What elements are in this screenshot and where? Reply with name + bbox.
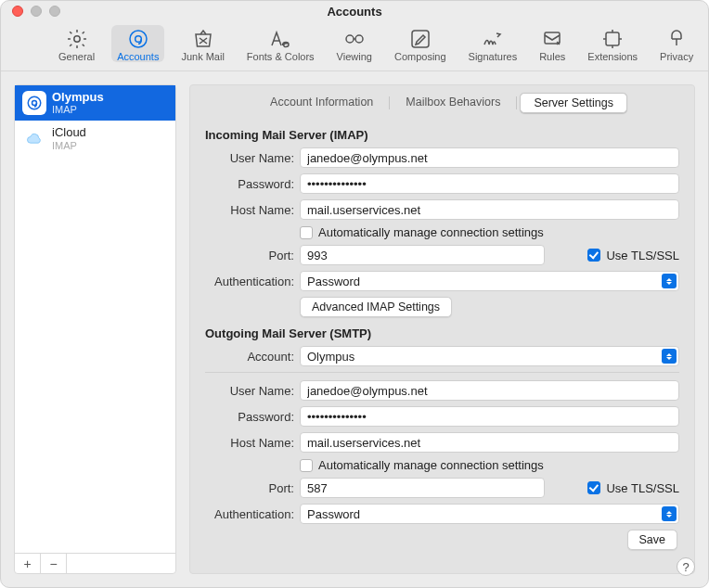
incoming-auth-select[interactable]: Password bbox=[300, 271, 679, 291]
outgoing-auth-value: Password bbox=[307, 507, 360, 521]
window-title: Accounts bbox=[1, 5, 708, 19]
toolbar-viewing[interactable]: Viewing bbox=[331, 25, 378, 62]
toolbar-privacy-label: Privacy bbox=[660, 51, 693, 62]
extensions-icon bbox=[601, 29, 624, 49]
account-detail-panel: Account InformationMailbox BehaviorsServ… bbox=[189, 84, 695, 574]
account-name: iCloud bbox=[52, 126, 86, 139]
incoming-username-label: User Name: bbox=[205, 151, 294, 165]
tab-mailbox-behaviors[interactable]: Mailbox Behaviors bbox=[393, 93, 513, 113]
server-settings-form: Incoming Mail Server (IMAP) User Name: P… bbox=[190, 119, 694, 573]
svg-point-3 bbox=[346, 35, 354, 43]
outgoing-auth-select[interactable]: Password bbox=[300, 504, 679, 524]
toolbar-extensions-label: Extensions bbox=[587, 51, 638, 62]
outgoing-host-label: Host Name: bbox=[205, 436, 294, 450]
composing-icon bbox=[409, 29, 432, 49]
toolbar-rules-label: Rules bbox=[539, 51, 565, 62]
toolbar-accounts-label: Accounts bbox=[117, 51, 159, 62]
incoming-port-label: Port: bbox=[205, 249, 294, 262]
toolbar-composing-label: Composing bbox=[394, 51, 446, 62]
preferences-window: Accounts GeneralAccountsJunk MailFonts &… bbox=[0, 0, 709, 588]
svg-rect-7 bbox=[606, 32, 619, 45]
account-item-icloud[interactable]: iCloudIMAP bbox=[15, 121, 175, 156]
outgoing-password-field[interactable] bbox=[300, 406, 679, 427]
accounts-sidebar: OlympusIMAPiCloudIMAP + − bbox=[14, 84, 176, 574]
account-tabs: Account InformationMailbox BehaviorsServ… bbox=[190, 85, 694, 119]
outgoing-auto-manage-label: Automatically manage connection settings bbox=[318, 458, 544, 472]
incoming-tls-label: Use TLS/SSL bbox=[606, 249, 679, 262]
incoming-auto-manage-label: Automatically manage connection settings bbox=[318, 225, 544, 239]
outgoing-port-field[interactable] bbox=[300, 478, 545, 498]
toolbar-general[interactable]: General bbox=[53, 25, 100, 62]
toolbar-junk-label: Junk Mail bbox=[181, 51, 224, 62]
outgoing-tls-checkbox[interactable]: Use TLS/SSL bbox=[587, 481, 679, 495]
account-name: Olympus bbox=[52, 91, 104, 104]
svg-point-8 bbox=[28, 96, 41, 109]
chevron-updown-icon bbox=[662, 506, 677, 521]
sidebar-footer: + − bbox=[15, 553, 175, 573]
incoming-section-title: Incoming Mail Server (IMAP) bbox=[205, 128, 679, 142]
outgoing-account-value: Olympus bbox=[307, 350, 354, 364]
incoming-password-label: Password: bbox=[205, 177, 294, 191]
chevron-updown-icon bbox=[662, 349, 677, 364]
incoming-port-field[interactable] bbox=[300, 245, 545, 265]
cloud-icon bbox=[22, 127, 46, 151]
account-item-olympus[interactable]: OlympusIMAP bbox=[15, 85, 175, 121]
help-button[interactable]: ? bbox=[677, 557, 695, 576]
outgoing-username-label: User Name: bbox=[205, 384, 294, 398]
toolbar-signatures[interactable]: Signatures bbox=[463, 25, 523, 62]
add-account-button[interactable]: + bbox=[15, 554, 41, 573]
tab-server-settings[interactable]: Server Settings bbox=[520, 93, 626, 113]
toolbar-fonts-label: Fonts & Colors bbox=[247, 51, 315, 62]
account-type: IMAP bbox=[52, 104, 104, 115]
outgoing-section-title: Outgoing Mail Server (SMTP) bbox=[205, 326, 679, 340]
toolbar-extensions[interactable]: Extensions bbox=[582, 25, 643, 62]
titlebar: Accounts bbox=[1, 1, 708, 21]
divider bbox=[205, 372, 679, 373]
at-icon bbox=[22, 91, 46, 115]
incoming-host-label: Host Name: bbox=[205, 203, 294, 217]
incoming-auth-value: Password bbox=[307, 275, 360, 288]
toolbar-junk[interactable]: Junk Mail bbox=[175, 25, 229, 62]
save-button[interactable]: Save bbox=[627, 530, 678, 550]
toolbar-viewing-label: Viewing bbox=[337, 51, 372, 62]
incoming-password-field[interactable] bbox=[300, 173, 679, 194]
incoming-username-field[interactable] bbox=[300, 147, 679, 168]
outgoing-host-field[interactable] bbox=[300, 432, 679, 453]
remove-account-button[interactable]: − bbox=[41, 554, 67, 573]
svg-point-1 bbox=[130, 31, 147, 47]
accounts-list: OlympusIMAPiCloudIMAP bbox=[15, 85, 175, 553]
incoming-auth-label: Authentication: bbox=[205, 275, 294, 288]
account-type: IMAP bbox=[52, 140, 86, 151]
incoming-host-field[interactable] bbox=[300, 199, 679, 220]
incoming-tls-checkbox[interactable]: Use TLS/SSL bbox=[587, 249, 679, 262]
body: OlympusIMAPiCloudIMAP + − Account Inform… bbox=[1, 71, 708, 587]
toolbar-general-label: General bbox=[58, 51, 95, 62]
incoming-auto-manage-checkbox[interactable]: Automatically manage connection settings bbox=[300, 225, 544, 239]
toolbar-fonts[interactable]: Fonts & Colors bbox=[241, 25, 320, 62]
tab-account-information[interactable]: Account Information bbox=[257, 93, 386, 113]
accounts-icon bbox=[127, 29, 149, 49]
rules-icon bbox=[541, 29, 563, 49]
chevron-updown-icon bbox=[662, 274, 677, 288]
outgoing-account-label: Account: bbox=[205, 350, 294, 364]
toolbar-composing[interactable]: Composing bbox=[389, 25, 452, 62]
outgoing-username-field[interactable] bbox=[300, 380, 679, 401]
svg-point-0 bbox=[73, 36, 79, 42]
outgoing-port-label: Port: bbox=[205, 481, 294, 495]
svg-point-2 bbox=[135, 36, 141, 43]
outgoing-auto-manage-checkbox[interactable]: Automatically manage connection settings bbox=[300, 458, 544, 472]
viewing-icon bbox=[343, 29, 366, 49]
preferences-toolbar: GeneralAccountsJunk MailFonts & ColorsVi… bbox=[1, 21, 708, 71]
toolbar-accounts[interactable]: Accounts bbox=[111, 25, 164, 62]
outgoing-password-label: Password: bbox=[205, 410, 294, 424]
advanced-imap-settings-button[interactable]: Advanced IMAP Settings bbox=[300, 297, 452, 317]
general-icon bbox=[66, 29, 88, 49]
outgoing-auth-label: Authentication: bbox=[205, 507, 294, 521]
outgoing-account-select[interactable]: Olympus bbox=[300, 346, 679, 366]
svg-point-4 bbox=[355, 35, 363, 43]
outgoing-tls-label: Use TLS/SSL bbox=[606, 481, 679, 495]
privacy-icon bbox=[665, 29, 688, 49]
fonts-icon bbox=[269, 29, 291, 49]
toolbar-privacy[interactable]: Privacy bbox=[654, 25, 699, 62]
toolbar-rules[interactable]: Rules bbox=[534, 25, 571, 62]
